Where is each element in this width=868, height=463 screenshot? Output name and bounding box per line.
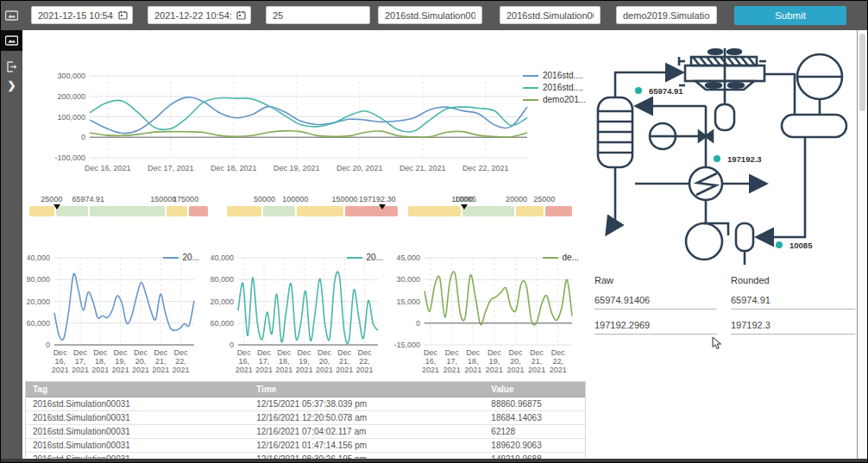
svg-text:Dec16,2021: Dec16,2021 [52,348,69,374]
start-datetime-input[interactable] [36,9,116,22]
gauge-tick-labels: 50000100000150000197192.30 [227,195,398,204]
dashboard-page: Submit ❯ 300,000200,000100,0000-100,000D… [0,0,868,463]
surge-tank [797,54,842,115]
raw-value-2[interactable]: 197192.2969 [594,320,717,335]
sidebar-expand-toggle[interactable]: ❯ [1,75,22,96]
gauge-bar [29,206,208,216]
calendar-icon[interactable] [236,10,246,20]
grid-header-tag[interactable]: Tag [26,382,249,397]
svg-text:240,000: 240,000 [211,253,234,262]
diagram-value-3: 10085 [789,241,813,250]
main-chart-svg: 300,000200,000100,0000-100,000Dec 16, 20… [31,48,592,182]
tag3-input[interactable] [621,9,712,22]
rounded-value-2[interactable]: 197192.3 [731,320,855,335]
svg-text:-15,000: -15,000 [393,341,420,349]
table-cell: 18684.14063 [484,411,585,425]
svg-text:240,000: 240,000 [27,253,50,262]
table-cell: 62128 [484,425,585,439]
svg-text:Dec21,2021: Dec21,2021 [152,348,169,374]
gauge-segment [167,206,187,216]
gauge-segment [263,206,294,216]
reactor-vessel [679,48,766,90]
gauge-marker [379,204,386,210]
legend-swatch [347,257,362,259]
legend-item[interactable]: 2016std.... [523,83,586,92]
diagram-value-2: 197192.3 [727,154,762,164]
logout-icon [6,61,17,72]
gauge-tick-labels: 2500065974.91150000175000 [29,195,208,204]
svg-text:Dec21,2021: Dec21,2021 [336,348,353,374]
table-cell: 12/16/2021 07:04:02.117 am [249,425,484,439]
main-trend-chart: 300,000200,000100,0000-100,000Dec 16, 20… [31,48,592,186]
legend-item[interactable]: 2016std.... [523,71,586,80]
svg-text:Dec 21, 2021: Dec 21, 2021 [399,164,446,172]
gauge-tick-label: 20000 [506,195,527,203]
mouse-cursor [712,336,722,350]
svg-text:-100,000: -100,000 [54,153,85,162]
scrollbar[interactable] [857,30,868,459]
end-datetime-field [148,6,251,24]
submit-button[interactable]: Submit [734,6,846,25]
gauge-marker [461,204,468,210]
tag1-field [378,6,482,24]
table-cell: 2016std.Simulation00031 [26,425,249,439]
gauge-segment [516,206,543,216]
legend-item[interactable]: de... [543,253,579,262]
legend-item[interactable]: 20... [347,253,383,262]
svg-text:Dec21,2021: Dec21,2021 [528,348,545,374]
svg-text:Dec18,2021: Dec18,2021 [275,348,292,374]
svg-text:Dec20,2021: Dec20,2021 [132,348,149,374]
svg-text:100,000: 100,000 [57,113,85,122]
sidebar-item-dashboard[interactable] [1,30,22,51]
value-dot [776,241,783,248]
table-row[interactable]: 2016std.Simulation0003112/16/2021 12:20:… [26,411,585,425]
svg-text:Dec19,2021: Dec19,2021 [112,348,129,374]
sidebar-item-logout[interactable] [1,56,22,77]
count-input[interactable] [271,9,365,22]
tag2-input[interactable] [505,9,595,22]
horizontal-drum [782,115,846,137]
linear-gauge-3: 10000100852000025000 [408,195,572,217]
svg-text:60,000: 60,000 [211,319,234,328]
value-dot [635,87,642,94]
gauge-segment [462,206,515,216]
calendar-icon[interactable] [118,10,128,20]
svg-text:Dec 22, 2021: Dec 22, 2021 [462,164,509,172]
table-row[interactable]: 2016std.Simulation0003112/16/2021 07:04:… [26,425,585,439]
tag1-input[interactable] [383,9,477,22]
legend-item[interactable]: 20... [163,253,199,262]
legend-label: 20... [367,253,383,262]
column-vessel [598,97,632,167]
table-row[interactable]: 2016std.Simulation0003112/15/2021 05:37:… [26,397,585,411]
svg-text:300,000: 300,000 [57,72,85,80]
gauge-tick-label: 100000 [282,195,308,203]
rounded-value-1[interactable]: 65974.91 [731,295,855,310]
heat-exchanger [635,167,764,200]
table-row[interactable]: 2016std.Simulation0003112/16/2021 01:47:… [26,439,585,453]
grid-header-row: Tag Time Value [26,382,585,397]
table-cell: 189620.9063 [484,439,585,453]
grid-header-time[interactable]: Time [249,382,484,397]
legend-item[interactable]: demo201... [523,95,586,104]
gauge-tick-label: 10085 [455,195,476,203]
svg-text:200,000: 200,000 [57,92,85,101]
gauge-segment [56,206,88,216]
grid-header-value[interactable]: Value [484,382,585,397]
footer-bar [1,459,868,463]
gauge-tick-label: 65974.91 [72,195,105,203]
value-dot [714,155,720,162]
gauge-tick-label: 175000 [173,195,198,203]
svg-text:60,000: 60,000 [27,319,50,328]
gauge-tick-label: 50000 [254,195,275,203]
raw-value-1[interactable]: 65974.91406 [594,295,717,310]
sidebar-item-top[interactable] [1,5,22,26]
gauge-marker [53,204,60,210]
gauge-segment [345,206,398,216]
gauge-bar [408,206,572,216]
sidebar: ❯ [1,30,22,459]
pipe-reactor-to-drum [764,74,795,115]
end-datetime-input[interactable] [153,9,234,22]
small-chart-3-svg: 45,00030,00015,0000-15,000Dec16,2021Dec1… [393,253,579,376]
scrollbar-thumb[interactable] [859,34,865,111]
pipe-column-bottoms-out [607,167,615,233]
